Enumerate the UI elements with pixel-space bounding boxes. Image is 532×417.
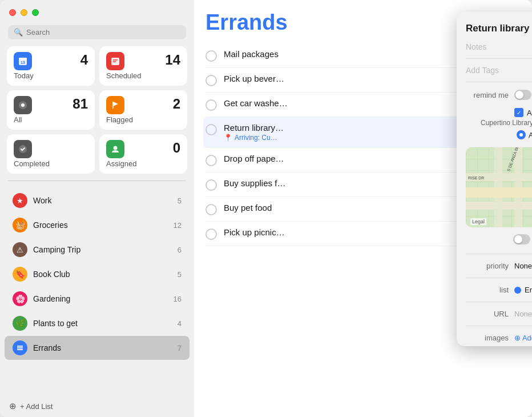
task-checkbox[interactable] [205, 75, 217, 86]
list-item-gardening[interactable]: 🌸 Gardening 16 [5, 287, 190, 311]
list-item-groceries[interactable]: 🧺 Groceries 12 [5, 213, 190, 237]
work-icon: ★ [13, 193, 27, 208]
arriving-radio[interactable] [517, 130, 526, 139]
scheduled-label: Scheduled [106, 71, 180, 80]
task-checkbox[interactable] [205, 204, 217, 215]
sidebar-item-assigned[interactable]: 0 Assigned [99, 134, 187, 174]
sidebar-item-scheduled[interactable]: 14 Scheduled [99, 46, 187, 86]
when-messaging-row: When Messaging a Person [457, 231, 532, 250]
list-value: Errands [525, 286, 532, 294]
flagged-count: 2 [173, 96, 180, 112]
flagged-label: Flagged [106, 115, 180, 124]
svg-rect-1 [19, 58, 27, 60]
today-count: 4 [80, 52, 88, 68]
gardening-count: 16 [174, 295, 182, 303]
bookclub-icon: 🔖 [13, 267, 27, 282]
gardening-label: Gardening [33, 294, 168, 303]
all-icon [14, 96, 32, 114]
separator2 [466, 254, 532, 254]
sidebar-divider [8, 181, 186, 181]
separator [466, 58, 532, 59]
maximize-button[interactable] [32, 9, 39, 16]
sidebar-item-flagged[interactable]: 2 Flagged [99, 90, 187, 130]
list-item-errands[interactable]: Errands 7 [5, 336, 190, 360]
all-label: All [14, 115, 88, 124]
notes-field[interactable]: Notes [457, 39, 532, 55]
map-legal: Legal [470, 218, 486, 225]
camping-count: 6 [178, 246, 182, 254]
location-icon: 📍 [224, 134, 232, 142]
list-item-work[interactable]: ★ Work 5 [5, 189, 190, 212]
at-location-value: ✓ At a Location [514, 108, 532, 117]
assigned-icon [106, 140, 124, 158]
list-item-plants[interactable]: 🌿 Plants to get 4 [5, 311, 190, 335]
at-location-label: At a Location [527, 109, 532, 117]
plants-count: 4 [178, 319, 182, 328]
completed-label: Completed [14, 159, 88, 168]
tags-field[interactable]: Add Tags [457, 62, 532, 78]
assigned-label: Assigned [106, 159, 180, 168]
when-messaging-toggle[interactable] [513, 234, 530, 244]
flagged-icon [106, 96, 124, 114]
search-icon: 🔍 [14, 28, 23, 37]
list-item-bookclub[interactable]: 🔖 Book Club 5 [5, 262, 190, 286]
task-checkbox[interactable] [205, 155, 217, 166]
remind-me-label: remind me [466, 91, 509, 99]
add-list-button[interactable]: ⊕ + Add List [0, 395, 194, 417]
errands-count: 7 [178, 344, 182, 352]
all-count: 81 [72, 96, 88, 112]
errands-icon [13, 340, 27, 355]
images-label: images [466, 334, 509, 342]
remind-me-value: On a Day [514, 90, 532, 100]
url-label: URL [466, 310, 509, 318]
separator3 [466, 278, 532, 278]
search-input[interactable] [26, 28, 180, 37]
errands-label: Errands [33, 343, 172, 352]
at-location-checkbox[interactable]: ✓ [514, 108, 523, 117]
detail-title: Return library books [466, 23, 532, 34]
minimize-button[interactable] [21, 9, 27, 16]
images-row: images ⊕ Add Image… [457, 330, 532, 346]
svg-point-10 [114, 146, 118, 150]
task-checkbox[interactable] [205, 124, 217, 135]
titlebar [0, 0, 194, 21]
svg-text:13: 13 [21, 61, 25, 65]
assigned-count: 0 [173, 140, 180, 156]
camping-icon: ⚠ [13, 242, 27, 257]
list-item-camping[interactable]: ⚠ Camping Trip 6 [5, 238, 190, 262]
task-checkbox[interactable] [205, 99, 217, 111]
priority-label: priority [466, 262, 509, 270]
list-color-dot [514, 287, 521, 294]
add-image-button[interactable]: ⊕ Add Image… [514, 334, 532, 342]
sidebar-item-today[interactable]: 13 4 Today [7, 46, 95, 86]
arriving-option[interactable]: Arriving [517, 130, 532, 139]
detail-header: Return library books 🚩 [457, 11, 532, 39]
location-map: S DE ANZA BLVD RODRIGUES AVE ANEY AVE PA… [466, 147, 532, 227]
on-a-day-toggle[interactable] [514, 90, 531, 100]
plants-icon: 🌿 [13, 316, 27, 331]
close-button[interactable] [9, 9, 16, 16]
separator5 [466, 326, 532, 326]
task-checkbox[interactable] [205, 228, 217, 240]
bookclub-count: 5 [178, 270, 182, 279]
svg-point-7 [21, 103, 25, 107]
completed-icon [14, 140, 32, 158]
today-icon: 13 [14, 52, 32, 70]
sidebar-item-all[interactable]: 81 All [7, 90, 95, 130]
scheduled-icon [106, 52, 124, 70]
location-name: Cupertino Library [457, 119, 532, 127]
list-title: Errands [205, 10, 288, 35]
detail-panel: Return library books 🚩 Notes Add Tags re… [457, 11, 532, 346]
task-checkbox[interactable] [205, 179, 217, 191]
today-label: Today [14, 71, 88, 80]
search-bar[interactable]: 🔍 [8, 25, 186, 39]
list-row-value: Errands [514, 286, 532, 294]
add-list-label: + Add List [20, 402, 53, 411]
remind-me-row: remind me On a Day [457, 86, 532, 104]
gardening-icon: 🌸 [13, 291, 27, 306]
groceries-count: 12 [174, 221, 182, 230]
work-label: Work [33, 196, 172, 205]
task-checkbox[interactable] [205, 50, 217, 62]
sidebar-item-completed[interactable]: Completed [7, 134, 95, 174]
scheduled-count: 14 [165, 52, 180, 68]
